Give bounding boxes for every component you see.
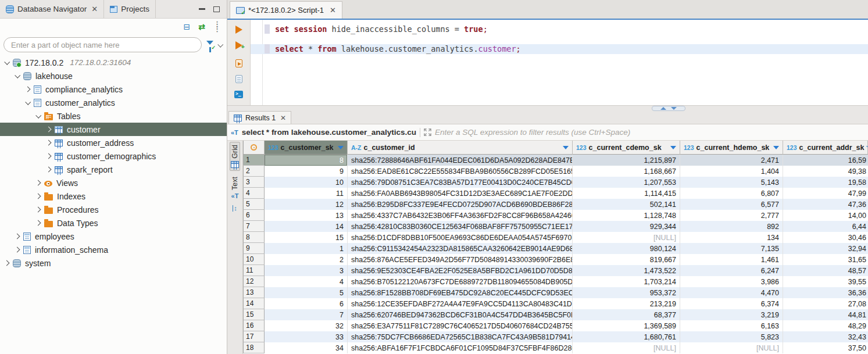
cell-c-current-hdemo-sk[interactable]: 6,577	[680, 199, 783, 210]
row-number[interactable]: 10	[243, 254, 265, 265]
cell-c-current-hdemo-sk[interactable]: [NULL]	[680, 342, 783, 353]
table-row[interactable]: 135sha256:8F1528BB708DF69EB475DC92A8C20E…	[243, 287, 868, 298]
cell-c-current-hdemo-sk[interactable]: 3,219	[680, 309, 783, 320]
table-row[interactable]: 146sha256:12CE35EFDABF272A4A47E9FA9CC5D4…	[243, 298, 868, 309]
cell-c-current-addr-sk[interactable]: 37,50	[783, 342, 868, 353]
table-row[interactable]: 18sha256:72888646ABF61FA044EDEC061D6DA5A…	[243, 155, 868, 166]
collapse-down-icon[interactable]	[671, 107, 677, 110]
cell-c-customer-sk[interactable]: 6	[265, 298, 348, 309]
cell-c-customer-sk[interactable]: 8	[265, 155, 348, 166]
filter-expression-input[interactable]: Enter a SQL expression to filter results…	[435, 128, 630, 137]
cell-c-current-addr-sk[interactable]: 19,58	[783, 177, 868, 188]
row-number[interactable]: 18	[243, 342, 265, 353]
cell-c-customer-id[interactable]: sha256:72888646ABF61FA044EDEC061D6DA5A09…	[348, 155, 573, 166]
cell-c-current-cdemo-sk[interactable]: 1,369,589	[573, 320, 680, 331]
column-header-c_customer_sk[interactable]: 123c_customer_sk	[265, 141, 348, 155]
expander-icon[interactable]	[15, 234, 20, 239]
row-number[interactable]: 9	[243, 243, 265, 254]
expand-up-icon[interactable]	[660, 107, 666, 110]
expander-icon[interactable]	[35, 180, 41, 186]
sql-console-icon[interactable]	[234, 91, 243, 98]
cell-c-current-hdemo-sk[interactable]: 5,143	[680, 177, 783, 188]
cell-c-customer-sk[interactable]: 34	[265, 342, 348, 353]
cell-c-customer-sk[interactable]: 32	[265, 320, 348, 331]
cell-c-customer-id[interactable]: sha256:C9115342454A2323DA815865CAA326064…	[348, 243, 573, 254]
expander-icon[interactable]	[25, 99, 31, 105]
cell-c-customer-sk[interactable]: 9	[265, 166, 348, 177]
row-number[interactable]: 2	[243, 166, 265, 177]
filter-dropdown-icon[interactable]	[217, 41, 223, 47]
cell-c-customer-id[interactable]: sha256:EAD8E61C8C22E555834FBBA9B60556CB2…	[348, 166, 573, 177]
expander-icon[interactable]	[35, 113, 41, 119]
cell-c-customer-sk[interactable]: 2	[265, 254, 348, 265]
cell-c-current-cdemo-sk[interactable]: 213,219	[573, 298, 680, 309]
table-row[interactable]: 102sha256:876ACE5EFED349A2D56F77D5084891…	[243, 254, 868, 265]
cell-c-current-hdemo-sk[interactable]: 1,404	[680, 166, 783, 177]
execute-new-tab-icon[interactable]	[235, 41, 242, 52]
cell-c-customer-sk[interactable]: 5	[265, 287, 348, 298]
cell-c-customer-id[interactable]: sha256:79D08751C3EA7C83BA57D177E00413D0C…	[348, 177, 573, 188]
tab-results-1[interactable]: Results 1 ✕	[228, 111, 291, 124]
cell-c-current-addr-sk[interactable]: 49,38	[783, 166, 868, 177]
cell-c-customer-sk[interactable]: 3	[265, 265, 348, 276]
sql-code-area[interactable]: set session hide_inaccessible_columns = …	[251, 20, 868, 105]
tab-projects[interactable]: Projects	[104, 0, 156, 18]
cell-c-customer-sk[interactable]: 12	[265, 199, 348, 210]
cell-c-current-cdemo-sk[interactable]: 1,473,522	[573, 265, 680, 276]
cell-c-customer-sk[interactable]: 33	[265, 331, 348, 342]
cell-c-customer-id[interactable]: sha256:ABFA16F7F1FCBDCA6F01CF1095D84F37C…	[348, 342, 573, 353]
cell-c-customer-id[interactable]: sha256:876ACE5EFED349A2D56F77D5084891433…	[348, 254, 573, 265]
cell-c-customer-sk[interactable]: 13	[265, 210, 348, 221]
cell-c-current-hdemo-sk[interactable]: 6,163	[680, 320, 783, 331]
table-row[interactable]: 714sha256:42810C83B0360CE125634F068BAF8F…	[243, 221, 868, 232]
minimize-icon[interactable]	[199, 8, 205, 10]
cell-c-current-cdemo-sk[interactable]: 819,667	[573, 254, 680, 265]
cell-c-current-addr-sk[interactable]: 39,55	[783, 276, 868, 287]
cell-c-customer-id[interactable]: sha256:E3A77511F81C7289C76C4065217D5D406…	[348, 320, 573, 331]
tree-item-indexes[interactable]: Indexes	[0, 189, 227, 203]
results-grid[interactable]: 123c_customer_skA-Zc_customer_id123c_cur…	[243, 141, 868, 354]
expander-icon[interactable]	[15, 247, 20, 253]
cell-c-customer-id[interactable]: sha256:B295D8FC337E9E4FECD0725D907ACD6B6…	[348, 199, 573, 210]
row-number[interactable]: 12	[243, 276, 265, 287]
cell-c-current-hdemo-sk[interactable]: 6,247	[680, 265, 783, 276]
expander-icon[interactable]	[46, 127, 52, 133]
cell-c-current-hdemo-sk[interactable]: 5,823	[680, 331, 783, 342]
cell-c-customer-id[interactable]: sha256:8F1528BB708DF69EB475DC92A8C20EC44…	[348, 287, 573, 298]
cell-c-customer-sk[interactable]: 11	[265, 188, 348, 199]
cell-c-customer-id[interactable]: sha256:D1CDF8DBB10F500EA9693C86DE6DEAA05…	[348, 232, 573, 243]
cell-c-current-addr-sk[interactable]: 32,43	[783, 331, 868, 342]
cell-c-current-addr-sk[interactable]: 16,59	[783, 155, 868, 166]
cell-c-current-hdemo-sk[interactable]: 892	[680, 221, 783, 232]
cell-c-current-hdemo-sk[interactable]: 2,777	[680, 210, 783, 221]
table-row[interactable]: 815sha256:D1CDF8DBB10F500EA9693C86DE6DEA…	[243, 232, 868, 243]
execute-statement-icon[interactable]	[235, 26, 242, 34]
cell-c-customer-sk[interactable]: 15	[265, 232, 348, 243]
cell-c-current-cdemo-sk[interactable]: 1,114,415	[573, 188, 680, 199]
cell-c-current-cdemo-sk[interactable]: [NULL]	[573, 232, 680, 243]
cell-c-current-hdemo-sk[interactable]: 6,807	[680, 188, 783, 199]
expander-icon[interactable]	[46, 167, 52, 173]
cell-c-customer-id[interactable]: sha256:75DC7FCB6686EDA72565C1B838CA7FC43…	[348, 331, 573, 342]
row-number[interactable]: 7	[243, 221, 265, 232]
table-row[interactable]: 1834sha256:ABFA16F7F1FCBDCA6F01CF1095D84…	[243, 342, 868, 353]
tree-item-lakehouse[interactable]: lakehouse	[0, 69, 227, 83]
expander-icon[interactable]	[25, 87, 31, 92]
row-number[interactable]: 13	[243, 287, 265, 298]
cell-c-current-hdemo-sk[interactable]: 7,135	[680, 243, 783, 254]
tree-item-customer-analytics[interactable]: customer_analytics	[0, 96, 227, 109]
table-row[interactable]: 157sha256:620746BED947362BCD6CF31B0A4C54…	[243, 309, 868, 320]
tree-item-views[interactable]: Views	[0, 176, 227, 189]
expander-icon[interactable]	[46, 153, 52, 159]
cell-c-current-cdemo-sk[interactable]: [NULL]	[573, 342, 680, 353]
cell-c-customer-id[interactable]: sha256:620746BED947362BCD6CF31B0A4C547DD…	[348, 309, 573, 320]
tab-sql-script[interactable]: *<172.18.0.2> Script-1 ✕	[230, 1, 342, 19]
expander-icon[interactable]	[35, 220, 41, 226]
column-header-c_customer_id[interactable]: A-Zc_customer_id	[348, 141, 573, 155]
cell-c-current-cdemo-sk[interactable]: 1,128,748	[573, 210, 680, 221]
row-number[interactable]: 17	[243, 331, 265, 342]
cell-c-current-addr-sk[interactable]: 48,57	[783, 265, 868, 276]
close-icon[interactable]: ✕	[280, 114, 286, 122]
cell-c-current-cdemo-sk[interactable]: 1,168,667	[573, 166, 680, 177]
tree-item-employees[interactable]: employees	[0, 230, 227, 243]
